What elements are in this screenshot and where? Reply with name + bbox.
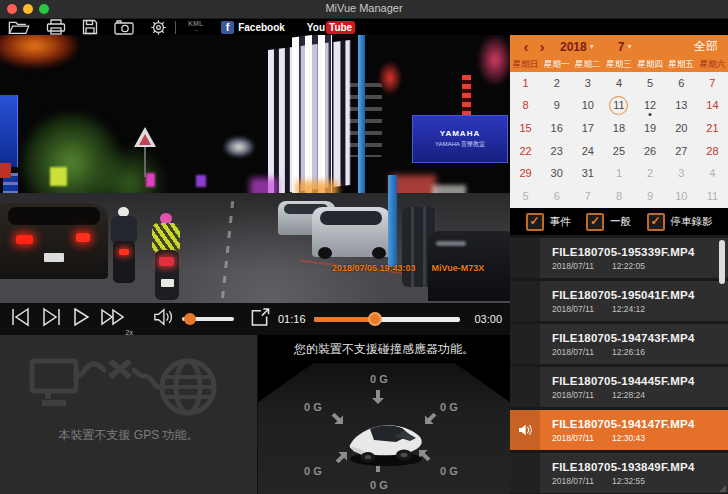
next-file-button[interactable] [40, 307, 62, 331]
save-floppy-icon [82, 19, 98, 35]
filter-event[interactable]: ✓ 事件 [526, 213, 571, 231]
gsensor-message: 您的裝置不支援碰撞感應器功能。 [258, 341, 510, 358]
export-kml-button[interactable]: KML → [188, 19, 203, 35]
calendar-day[interactable]: 29 [510, 163, 541, 186]
street-lamp-glow [224, 137, 254, 157]
file-row[interactable]: FILE180705-194743F.MP42018/07/1112:26:16 [510, 324, 728, 364]
file-row[interactable]: FILE180705-195041F.MP42018/07/1112:24:12 [510, 281, 728, 321]
skip-back-icon [10, 307, 32, 331]
camera-icon [114, 20, 134, 35]
calendar-day[interactable]: 7 [697, 72, 728, 95]
checkbox-checked-icon[interactable]: ✓ [647, 213, 665, 231]
calendar-day[interactable]: 24 [572, 140, 603, 163]
calendar-next-button[interactable]: › [534, 39, 550, 55]
file-name: FILE180705-194743F.MP4 [552, 332, 728, 344]
calendar-day[interactable]: 23 [541, 140, 572, 163]
calendar-day[interactable]: 7 [572, 185, 603, 208]
recording-dot [617, 113, 620, 116]
calendar-day[interactable]: 20 [666, 117, 697, 140]
calendar-day[interactable]: 10 [572, 95, 603, 118]
calendar-day[interactable]: 5 [635, 72, 666, 95]
calendar-day[interactable]: 21 [697, 117, 728, 140]
calendar-day[interactable]: 11 [697, 185, 728, 208]
settings-button[interactable] [150, 19, 167, 35]
previous-file-button[interactable] [10, 307, 32, 331]
calendar-day[interactable]: 8 [510, 95, 541, 118]
calendar-day[interactable]: 30 [541, 163, 572, 186]
play-button[interactable] [72, 307, 90, 331]
fast-forward-button[interactable]: 2x [100, 307, 126, 331]
calendar-day[interactable]: 15 [510, 117, 541, 140]
calendar-day[interactable]: 27 [666, 140, 697, 163]
calendar-day[interactable]: 3 [666, 163, 697, 186]
file-row[interactable]: FILE180705-194445F.MP42018/07/1112:28:24 [510, 367, 728, 407]
checkbox-checked-icon[interactable]: ✓ [586, 213, 604, 231]
open-folder-button[interactable] [8, 19, 30, 35]
filter-all-button[interactable]: 全部 [694, 38, 718, 55]
save-button[interactable] [82, 19, 98, 35]
calendar-day[interactable]: 26 [635, 140, 666, 163]
calendar-day[interactable]: 17 [572, 117, 603, 140]
calendar-day[interactable]: 13 [666, 95, 697, 118]
calendar-day[interactable]: 1 [603, 163, 634, 186]
calendar-prev-button[interactable]: ‹ [518, 39, 534, 55]
calendar-day[interactable]: 10 [666, 185, 697, 208]
calendar-day[interactable]: 16 [541, 117, 572, 140]
snapshot-button[interactable] [114, 19, 134, 35]
calendar-day[interactable]: 3 [572, 72, 603, 95]
filter-parking[interactable]: ✓ 停車錄影 [647, 213, 713, 231]
chevron-down-icon[interactable]: ▾ [590, 42, 594, 51]
calendar-day[interactable]: 28 [697, 140, 728, 163]
calendar-day[interactable]: 22 [510, 140, 541, 163]
calendar-day[interactable]: 2 [635, 163, 666, 186]
calendar-day[interactable]: 12 [635, 95, 666, 118]
month-select[interactable]: 7 [618, 40, 625, 54]
calendar-day[interactable]: 9 [541, 95, 572, 118]
calendar-day[interactable]: 11 [603, 95, 634, 118]
recording-type-filters: ✓ 事件 ✓ 一般 ✓ 停車錄影 [510, 208, 728, 235]
seek-knob[interactable] [368, 312, 382, 326]
volume-knob[interactable] [184, 313, 196, 325]
file-row[interactable]: FILE180705-194147F.MP42018/07/1112:30:43 [510, 410, 728, 450]
calendar-day[interactable]: 18 [603, 117, 634, 140]
video-timestamp: 2018/07/05 19:43:03 [332, 263, 416, 273]
gforce-bottom-left: 0 G [304, 465, 322, 477]
seek-bar[interactable] [314, 317, 461, 322]
filter-normal[interactable]: ✓ 一般 [586, 213, 631, 231]
facebook-label: Facebook [238, 22, 285, 33]
calendar-day[interactable]: 4 [697, 163, 728, 186]
calendar-day[interactable]: 5 [510, 185, 541, 208]
calendar-day[interactable]: 31 [572, 163, 603, 186]
calendar-day[interactable]: 8 [603, 185, 634, 208]
calendar-day[interactable]: 14 [697, 95, 728, 118]
print-button[interactable] [46, 19, 66, 35]
export-clip-button[interactable] [250, 308, 270, 331]
year-select[interactable]: 2018 [560, 40, 587, 54]
chevron-down-icon[interactable]: ▾ [627, 42, 631, 51]
calendar-day[interactable]: 6 [541, 185, 572, 208]
checkbox-checked-icon[interactable]: ✓ [526, 213, 544, 231]
file-date: 2018/07/11 [552, 347, 594, 357]
share-export-icon [250, 308, 270, 331]
file-icon-slot [510, 324, 540, 364]
fast-forward-icon [100, 307, 126, 331]
calendar-day[interactable]: 9 [635, 185, 666, 208]
gps-panel: 本裝置不支援 GPS 功能。 [0, 335, 258, 494]
play-icon [72, 307, 90, 331]
scrollbar-thumb[interactable] [719, 240, 725, 284]
file-row[interactable]: FILE180705-195339F.MP42018/07/1112:22:05 [510, 238, 728, 278]
calendar-day[interactable]: 4 [603, 72, 634, 95]
file-name: FILE180705-194445F.MP4 [552, 375, 728, 387]
gforce-bottom: 0 G [370, 479, 388, 491]
calendar-day[interactable]: 1 [510, 72, 541, 95]
calendar-day[interactable]: 25 [603, 140, 634, 163]
volume-slider[interactable] [182, 317, 234, 321]
calendar-day[interactable]: 2 [541, 72, 572, 95]
share-facebook-button[interactable]: f Facebook [221, 19, 285, 35]
file-row[interactable]: FILE180705-193849F.MP42018/07/1112:32:55 [510, 453, 728, 493]
mute-button[interactable] [152, 308, 174, 330]
share-youtube-button[interactable]: You Tube [307, 19, 355, 35]
calendar-day[interactable]: 19 [635, 117, 666, 140]
weekday-label: 星期六 [697, 59, 728, 71]
calendar-day[interactable]: 6 [666, 72, 697, 95]
